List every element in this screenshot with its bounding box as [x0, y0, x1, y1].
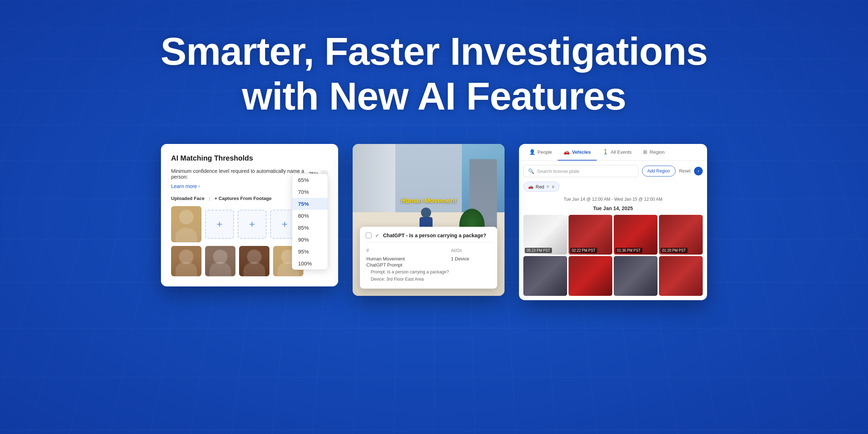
popup-device-label-text: Device: — [371, 277, 385, 282]
popup-row1-label: Human Movement — [366, 256, 450, 261]
face-person-1 — [171, 206, 201, 242]
grid-item-1[interactable]: 05:23 PM PST — [523, 215, 567, 255]
popup-prompt-row: Prompt: Is a person carrying a package? — [366, 268, 491, 275]
timestamp-3: 01:36 PM PST — [615, 248, 642, 253]
search-icon: 🔍 — [528, 168, 534, 174]
people-tab-icon: 👤 — [529, 149, 535, 155]
popup-table: If At/On Human Movement 1 Device ChatGPT… — [366, 247, 492, 283]
popup-header: ✓ ChatGPT - Is a person carrying a packa… — [366, 233, 492, 242]
all-events-tab-label: All Events — [611, 149, 632, 155]
popup-device-label: Device: 3rd Floor East Area — [366, 277, 424, 282]
popup-at-header: At/On — [451, 248, 491, 255]
person-head — [421, 208, 431, 218]
grid-item-8[interactable] — [659, 256, 703, 296]
all-events-tab-icon: 🚶 — [603, 149, 609, 155]
popup-checkbox[interactable] — [366, 233, 371, 238]
ai-matching-title: AI Matching Thresholds — [171, 154, 328, 162]
page-title: Smarter, Faster Investigations with New … — [161, 29, 708, 119]
car-filter-icon: 🚗 — [528, 184, 533, 189]
grid-item-3[interactable]: 01:36 PM PST — [614, 215, 658, 255]
people-tab-label: People — [537, 149, 552, 155]
region-tab-icon: ⊞ — [643, 149, 647, 155]
search-input[interactable]: Search license plate — [537, 169, 579, 174]
confidence-dropdown-menu: 65% 70% 75% 80% 85% 90% 95% 100% — [292, 174, 328, 270]
face-person-c2 — [205, 246, 235, 276]
tab-vehicles[interactable]: 🚗 Vehicles — [558, 144, 596, 161]
dropdown-option-100[interactable]: 100% — [292, 258, 328, 269]
captures-label: + Captures From Footage — [214, 196, 272, 201]
timestamp-2: 02:22 PM PST — [570, 248, 597, 253]
dropdown-option-65[interactable]: 65% — [292, 174, 328, 186]
dropdown-option-80[interactable]: 80% — [292, 210, 328, 222]
title-line-1: Smarter, Faster Investigations — [161, 29, 708, 73]
popup-if-header: If — [366, 248, 450, 255]
dropdown-option-90[interactable]: 90% — [292, 234, 328, 246]
face-body-c1 — [175, 262, 197, 276]
face-body-1 — [175, 228, 197, 242]
human-movement-label: Human Movement — [400, 197, 456, 205]
camera-card: Human Movement ✓ ChatGPT - Is a person c… — [353, 144, 505, 296]
grid-item-5[interactable] — [523, 256, 567, 296]
reset-button[interactable]: Reset — [679, 169, 690, 174]
popup-row2-label: ChatGPT Prompt — [366, 262, 450, 268]
region-tab-label: Region — [650, 149, 664, 155]
tab-region[interactable]: ⊞ Region — [637, 144, 670, 161]
popup-title: ChatGPT - Is a person carrying a package… — [383, 233, 486, 238]
captured-face-1 — [171, 246, 201, 276]
dropdown-option-70[interactable]: 70% — [292, 186, 328, 198]
add-face-btn-1[interactable]: + — [205, 210, 234, 239]
popup-row1-value: 1 Device — [451, 256, 491, 261]
timestamp-1: 05:23 PM PST — [525, 248, 552, 253]
popup-row-2: ChatGPT Prompt — [366, 262, 491, 268]
vehicles-tab-icon: 🚗 — [563, 149, 570, 155]
popup-device-row: Device: 3rd Floor East Area — [366, 276, 491, 282]
captured-face-2 — [205, 246, 235, 276]
vehicle-image-grid: 05:23 PM PST 02:22 PM PST 01:36 PM PST 0… — [519, 215, 707, 300]
face-person-c1 — [171, 246, 201, 276]
add-face-btn-2[interactable]: + — [238, 210, 267, 239]
title-line-2: with New AI Features — [242, 74, 626, 118]
uploaded-face-1 — [171, 206, 201, 242]
grid-item-7[interactable] — [614, 256, 658, 296]
cards-row: AI Matching Thresholds Minimum confidenc… — [0, 144, 868, 300]
popup-prompt-label: Prompt: Is a person carrying a package? — [366, 269, 449, 275]
popup-prompt-value: Is a person carrying a package? — [387, 269, 449, 275]
face-person-c3 — [239, 246, 269, 276]
filter-dropdown-arrow[interactable]: ∨ — [552, 184, 555, 189]
search-box[interactable]: 🔍 Search license plate — [523, 165, 638, 177]
dropdown-option-75[interactable]: 75% — [292, 198, 328, 210]
filter-close-button[interactable]: × — [546, 184, 549, 190]
grid-item-2[interactable]: 02:22 PM PST — [569, 215, 612, 255]
grid-item-6[interactable] — [569, 256, 612, 296]
vehicles-card-inner: 👤 People 🚗 Vehicles 🚶 All Events ⊞ Regio… — [519, 144, 707, 300]
tabs-row: 👤 People 🚗 Vehicles 🚶 All Events ⊞ Regio… — [519, 144, 707, 161]
dropdown-option-95[interactable]: 95% — [292, 246, 328, 258]
vehicles-card: 👤 People 🚗 Vehicles 🚶 All Events ⊞ Regio… — [519, 144, 707, 300]
popup-prompt-label-text: Prompt: — [371, 269, 386, 275]
face-circle-1 — [179, 210, 193, 224]
learn-more-arrow-icon: › — [199, 184, 200, 189]
captured-face-3 — [239, 246, 269, 276]
add-region-button[interactable]: Add Region — [642, 166, 676, 176]
tab-all-events[interactable]: 🚶 All Events — [597, 144, 638, 161]
grid-item-4[interactable]: 01:20 PM PST — [659, 215, 703, 255]
popup-row-1: Human Movement 1 Device — [366, 256, 491, 261]
vehicles-tab-label: Vehicles — [572, 149, 591, 155]
face-body-c3 — [243, 262, 265, 276]
date-header: Tue Jan 14, 2025 — [519, 204, 707, 215]
ai-matching-card: AI Matching Thresholds Minimum confidenc… — [161, 144, 338, 286]
next-button[interactable]: › — [694, 167, 703, 175]
date-range-text: Tue Jan 14 @ 12:00 AM - Wed Jan 15 @ 12:… — [519, 195, 707, 204]
popup-checkmark: ✓ — [375, 233, 379, 238]
face-body-c2 — [209, 262, 231, 276]
search-row: 🔍 Search license plate Add Region Reset … — [519, 161, 707, 180]
filter-color-value: Red — [536, 184, 544, 190]
dropdown-option-85[interactable]: 85% — [292, 222, 328, 234]
main-content: Smarter, Faster Investigations with New … — [0, 0, 868, 300]
faces-header-divider: | — [209, 196, 210, 201]
popup-device-value: 3rd Floor East Area — [386, 277, 424, 282]
uploaded-face-label: Uploaded Face — [171, 196, 204, 201]
chatgpt-popup: ✓ ChatGPT - Is a person carrying a packa… — [360, 227, 497, 289]
tab-people[interactable]: 👤 People — [523, 144, 558, 161]
popup-col-headers: If At/On — [366, 248, 491, 255]
